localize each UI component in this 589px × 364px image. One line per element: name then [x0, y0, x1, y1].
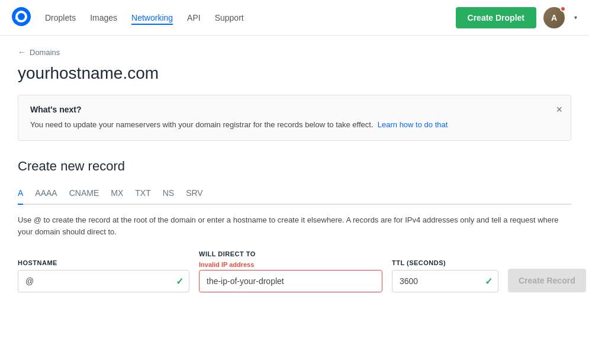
create-record-title: Create new record: [18, 159, 571, 174]
notice-title: What's next?: [30, 105, 559, 114]
notice-box: What's next? You need to update your nam…: [18, 95, 571, 141]
direct-input[interactable]: [199, 270, 382, 292]
direct-input-wrapper: Invalid IP address: [199, 261, 382, 292]
notice-close-button[interactable]: ×: [556, 104, 562, 116]
tab-a[interactable]: A: [18, 183, 23, 204]
logo[interactable]: [12, 7, 31, 28]
ttl-input[interactable]: [392, 270, 498, 292]
hostname-input[interactable]: [18, 270, 189, 292]
breadcrumb-label: Domains: [30, 48, 60, 57]
ttl-label: TTL (SECONDS): [392, 259, 498, 266]
notification-badge: [560, 6, 566, 12]
hostname-group: HOSTNAME ✓: [18, 259, 189, 292]
ttl-input-wrapper: ✓: [392, 270, 498, 292]
hostname-input-wrapper: ✓: [18, 270, 189, 292]
svg-rect-3: [18, 20, 20, 22]
create-droplet-button[interactable]: Create Droplet: [456, 7, 536, 28]
back-arrow-icon: ←: [18, 47, 26, 57]
nav-droplets[interactable]: Droplets: [45, 11, 76, 25]
direct-group: WILL DIRECT TO Invalid IP address: [199, 250, 382, 292]
create-record-button[interactable]: Create Record: [508, 269, 586, 292]
main-content: ← Domains yourhostname.com What's next? …: [0, 36, 589, 304]
create-record-button-wrapper: Create Record: [508, 269, 586, 292]
nav-images[interactable]: Images: [90, 11, 117, 25]
direct-error-label: Invalid IP address: [199, 261, 382, 268]
hostname-label: HOSTNAME: [18, 259, 189, 266]
nav-links: Droplets Images Networking API Support: [45, 11, 456, 25]
navbar: Droplets Images Networking API Support C…: [0, 0, 589, 36]
ttl-valid-icon: ✓: [485, 276, 493, 287]
notice-link[interactable]: Learn how to do that: [378, 120, 448, 129]
tab-aaaa[interactable]: AAAA: [35, 183, 57, 204]
record-description: Use @ to create the record at the root o…: [18, 214, 571, 239]
nav-api[interactable]: API: [187, 11, 201, 25]
tab-srv[interactable]: SRV: [186, 183, 203, 204]
svg-rect-4: [15, 18, 18, 20]
breadcrumb[interactable]: ← Domains: [18, 47, 571, 57]
chevron-down-icon[interactable]: ▾: [574, 14, 577, 21]
avatar-wrapper[interactable]: A: [543, 7, 565, 28]
nav-networking[interactable]: Networking: [131, 11, 173, 25]
direct-label: WILL DIRECT TO: [199, 250, 382, 257]
notice-text: You need to update your nameservers with…: [30, 119, 559, 131]
record-tabs: A AAAA CNAME MX TXT NS SRV: [18, 183, 571, 205]
tab-mx[interactable]: MX: [111, 183, 123, 204]
nav-right: Create Droplet A ▾: [456, 7, 577, 28]
ttl-group: TTL (SECONDS) ✓: [392, 259, 498, 292]
tab-txt[interactable]: TXT: [135, 183, 150, 204]
create-record-form: HOSTNAME ✓ WILL DIRECT TO Invalid IP add…: [18, 250, 571, 292]
svg-point-2: [18, 13, 25, 20]
page-title: yourhostname.com: [18, 64, 571, 83]
hostname-valid-icon: ✓: [176, 276, 184, 287]
tab-ns[interactable]: NS: [163, 183, 174, 204]
create-record-section: Create new record A AAAA CNAME MX TXT NS…: [18, 159, 571, 293]
tab-cname[interactable]: CNAME: [69, 183, 99, 204]
nav-support[interactable]: Support: [215, 11, 244, 25]
